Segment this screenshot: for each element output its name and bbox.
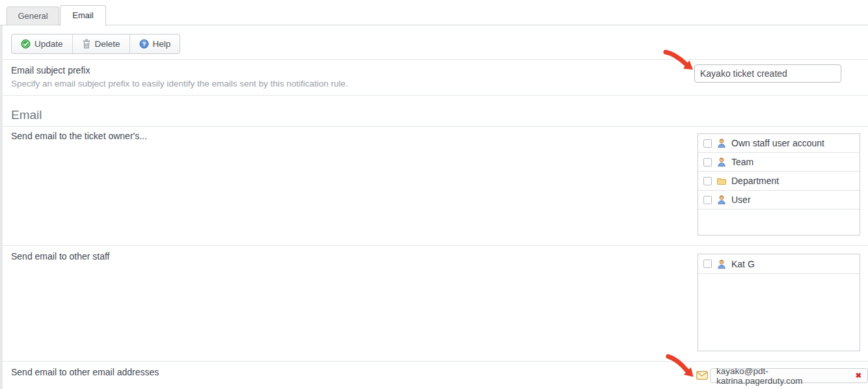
- update-button-label: Update: [34, 39, 63, 49]
- toolbar: Update Delete ? Help: [11, 34, 180, 54]
- staff-options-listbox: Kat G: [698, 254, 860, 351]
- subject-prefix-label: Email subject prefix: [11, 65, 90, 75]
- delete-button-label: Delete: [95, 39, 120, 49]
- option-label: Own staff user account: [731, 138, 824, 148]
- help-button[interactable]: ? Help: [129, 34, 180, 53]
- subject-prefix-description: Specify an email subject prefix to easil…: [11, 79, 348, 88]
- staff-user-icon: [716, 157, 727, 167]
- owner-row-label: Send email to the ticket owner's...: [11, 131, 147, 141]
- option-label: Team: [731, 157, 753, 167]
- tab-email-label: Email: [72, 10, 94, 20]
- tabbar-divider: [0, 25, 868, 25]
- addresses-row-label: Send email to other email addresses: [11, 367, 159, 377]
- team-checkbox[interactable]: [703, 158, 712, 167]
- option-department[interactable]: Department: [698, 172, 860, 191]
- option-label: Department: [731, 176, 779, 186]
- option-own-staff-user-account[interactable]: Own staff user account: [698, 134, 860, 153]
- staff-user-icon: [716, 138, 727, 148]
- svg-text:?: ?: [142, 41, 145, 47]
- user-checkbox[interactable]: [703, 196, 712, 204]
- department-checkbox[interactable]: [703, 177, 712, 185]
- listbox-empty-area: [698, 274, 860, 351]
- staff-user-icon: [716, 194, 727, 205]
- subject-prefix-input[interactable]: [694, 64, 841, 83]
- folder-icon: [716, 176, 727, 186]
- option-label: Kat G: [731, 259, 755, 269]
- check-circle-icon: [21, 39, 31, 49]
- help-button-label: Help: [153, 39, 171, 49]
- tab-email[interactable]: Email: [60, 5, 106, 26]
- red-arrow-icon: [662, 353, 699, 382]
- email-address-tag-value: kayako@pdt-katrina.pagerduty.com: [716, 366, 850, 386]
- tab-general[interactable]: General: [7, 7, 59, 25]
- staff-row-label: Send email to other staff: [11, 251, 110, 262]
- divider-below-owner-row: [3, 245, 868, 246]
- option-label: User: [731, 194, 751, 205]
- staff-user-icon: [716, 259, 727, 269]
- own-staff-user-account-checkbox[interactable]: [703, 139, 712, 148]
- section-title: Email: [11, 108, 42, 122]
- question-circle-icon: ?: [139, 39, 149, 49]
- envelope-icon: [696, 371, 708, 382]
- divider-below-subject: [3, 95, 868, 96]
- panel-left-edge: [0, 25, 3, 389]
- remove-x-icon[interactable]: ✖: [856, 372, 861, 379]
- option-team[interactable]: Team: [698, 153, 860, 172]
- option-user[interactable]: User: [698, 191, 860, 209]
- update-button[interactable]: Update: [12, 34, 72, 53]
- option-kat-g[interactable]: Kat G: [698, 254, 860, 274]
- email-address-tag[interactable]: kayako@pdt-katrina.pagerduty.com ✖: [710, 368, 868, 383]
- trash-icon: [82, 39, 91, 49]
- kat-g-checkbox[interactable]: [703, 260, 712, 268]
- delete-button[interactable]: Delete: [72, 34, 129, 53]
- divider-below-staff-row: [3, 361, 868, 362]
- red-arrow-icon: [662, 49, 696, 75]
- owner-options-listbox: Own staff user account Team Department U…: [698, 133, 860, 235]
- tab-general-label: General: [18, 11, 47, 21]
- section-underline: [3, 126, 868, 127]
- divider-below-toolbar: [3, 59, 868, 60]
- listbox-empty-area: [698, 209, 860, 228]
